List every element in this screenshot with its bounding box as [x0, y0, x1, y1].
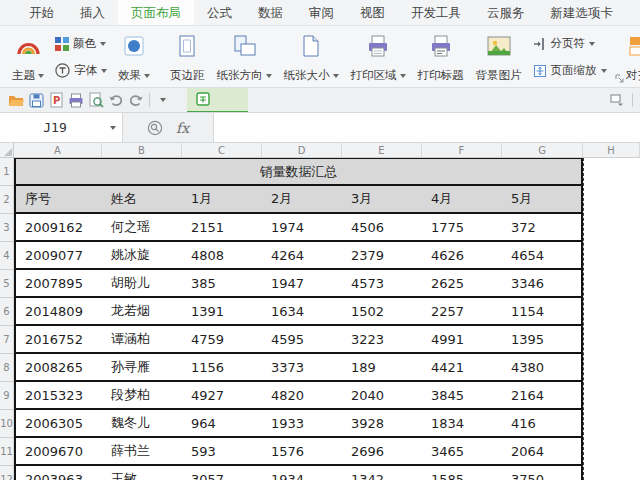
cell-H1[interactable] — [583, 158, 640, 186]
cell-B10[interactable]: 魏冬儿 — [102, 410, 182, 438]
name-box-caret-icon[interactable] — [110, 126, 116, 130]
row-header-12[interactable]: 12 — [0, 466, 14, 480]
menu-tab-1[interactable]: 开始 — [16, 0, 67, 25]
col-header-B[interactable]: B — [102, 143, 182, 158]
cell-E6[interactable]: 1502 — [342, 298, 422, 326]
cell-B7[interactable]: 谭涵柏 — [102, 326, 182, 354]
menu-tab-10[interactable]: 新建选项卡 — [538, 0, 627, 25]
merged-title-cell-A1-G1[interactable]: 销量数据汇总 — [14, 158, 583, 186]
cell-D7[interactable]: 4595 — [262, 326, 342, 354]
cell-G2[interactable]: 5月 — [502, 186, 583, 214]
ribbon-button-colors[interactable]: 颜色 — [52, 34, 110, 53]
row-header-8[interactable]: 8 — [0, 354, 14, 382]
row-header-2[interactable]: 2 — [0, 186, 14, 214]
cell-B2[interactable]: 姓名 — [102, 186, 182, 214]
cell-C11[interactable]: 593 — [182, 438, 262, 466]
ribbon-button-bgimage[interactable]: 背景图片 — [470, 28, 528, 86]
cell-A9[interactable]: 2015323 — [14, 382, 102, 410]
cell-H3[interactable] — [583, 214, 640, 242]
cell-A5[interactable]: 2007895 — [14, 270, 102, 298]
cell-F7[interactable]: 4991 — [422, 326, 502, 354]
cell-H10[interactable] — [583, 410, 640, 438]
col-header-H[interactable]: H — [583, 143, 640, 158]
cell-B9[interactable]: 段梦柏 — [102, 382, 182, 410]
row-header-1[interactable]: 1 — [0, 158, 14, 186]
col-header-D[interactable]: D — [262, 143, 342, 158]
cell-G5[interactable]: 3346 — [502, 270, 583, 298]
cell-E11[interactable]: 2696 — [342, 438, 422, 466]
row-header-5[interactable]: 5 — [0, 270, 14, 298]
cell-A8[interactable]: 2008265 — [14, 354, 102, 382]
cell-F9[interactable]: 3845 — [422, 382, 502, 410]
cell-D4[interactable]: 4264 — [262, 242, 342, 270]
col-header-A[interactable]: A — [14, 143, 102, 158]
cell-A4[interactable]: 2009077 — [14, 242, 102, 270]
cell-F5[interactable]: 2625 — [422, 270, 502, 298]
cell-F8[interactable]: 4421 — [422, 354, 502, 382]
select-all-corner[interactable] — [0, 143, 14, 158]
ribbon-button-printarea[interactable]: 打印区域 — [345, 28, 412, 86]
cell-D9[interactable]: 4820 — [262, 382, 342, 410]
cell-D8[interactable]: 3373 — [262, 354, 342, 382]
qat-open-button[interactable] — [6, 89, 26, 111]
ribbon-button-effects[interactable]: 效果 — [112, 28, 156, 86]
cell-H2[interactable] — [583, 186, 640, 214]
cell-A10[interactable]: 2006305 — [14, 410, 102, 438]
cell-H8[interactable] — [583, 354, 640, 382]
ribbon-button-pagebreak[interactable]: 分页符 — [530, 34, 610, 53]
cell-F6[interactable]: 2257 — [422, 298, 502, 326]
qat-more-button[interactable] — [153, 89, 173, 111]
row-header-11[interactable]: 11 — [0, 438, 14, 466]
cell-D11[interactable]: 1576 — [262, 438, 342, 466]
cell-B5[interactable]: 胡盼儿 — [102, 270, 182, 298]
menu-tab-6[interactable]: 审阅 — [296, 0, 347, 25]
qat-redo-button[interactable] — [126, 89, 146, 111]
cell-G11[interactable]: 2064 — [502, 438, 583, 466]
menu-tab-5[interactable]: 数据 — [245, 0, 296, 25]
cell-B11[interactable]: 薛书兰 — [102, 438, 182, 466]
row-header-3[interactable]: 3 — [0, 214, 14, 242]
cell-C10[interactable]: 964 — [182, 410, 262, 438]
cell-F3[interactable]: 1775 — [422, 214, 502, 242]
ribbon-button-margins[interactable]: 页边距 — [164, 28, 211, 86]
cell-B4[interactable]: 姚冰旋 — [102, 242, 182, 270]
cell-E9[interactable]: 2040 — [342, 382, 422, 410]
cell-C6[interactable]: 1391 — [182, 298, 262, 326]
cell-D5[interactable]: 1947 — [262, 270, 342, 298]
menu-tab-4[interactable]: 公式 — [194, 0, 245, 25]
cell-G12[interactable]: 3750 — [502, 466, 583, 480]
ribbon-button-orientation[interactable]: 纸张方向 — [211, 28, 278, 86]
cell-C9[interactable]: 4927 — [182, 382, 262, 410]
cell-G3[interactable]: 372 — [502, 214, 583, 242]
cell-G9[interactable]: 2164 — [502, 382, 583, 410]
qat-undo-button[interactable] — [106, 89, 126, 111]
dialog-launcher-icon[interactable] — [615, 74, 624, 83]
tab-list-icon[interactable] — [610, 94, 624, 106]
cell-A6[interactable]: 2014809 — [14, 298, 102, 326]
cell-C2[interactable]: 1月 — [182, 186, 262, 214]
col-header-E[interactable]: E — [342, 143, 422, 158]
formula-input[interactable] — [213, 113, 640, 142]
row-header-6[interactable]: 6 — [0, 298, 14, 326]
ribbon-button-printtitle[interactable]: 打印标题 — [412, 28, 470, 86]
cell-D6[interactable]: 1634 — [262, 298, 342, 326]
cell-C7[interactable]: 4759 — [182, 326, 262, 354]
cell-B8[interactable]: 孙寻雁 — [102, 354, 182, 382]
ribbon-button-pagescale[interactable]: 页面缩放 — [530, 61, 610, 80]
menu-tab-8[interactable]: 开发工具 — [398, 0, 474, 25]
col-header-F[interactable]: F — [422, 143, 502, 158]
cell-E10[interactable]: 3928 — [342, 410, 422, 438]
cell-H7[interactable] — [583, 326, 640, 354]
menu-tab-7[interactable]: 视图 — [347, 0, 398, 25]
cell-C3[interactable]: 2151 — [182, 214, 262, 242]
cell-E7[interactable]: 3223 — [342, 326, 422, 354]
cell-F4[interactable]: 4626 — [422, 242, 502, 270]
qat-print-preview-button[interactable] — [86, 89, 106, 111]
cell-H4[interactable] — [583, 242, 640, 270]
cell-F2[interactable]: 4月 — [422, 186, 502, 214]
cell-G10[interactable]: 416 — [502, 410, 583, 438]
cell-H5[interactable] — [583, 270, 640, 298]
row-header-10[interactable]: 10 — [0, 410, 14, 438]
cell-H11[interactable] — [583, 438, 640, 466]
cell-G7[interactable]: 1395 — [502, 326, 583, 354]
